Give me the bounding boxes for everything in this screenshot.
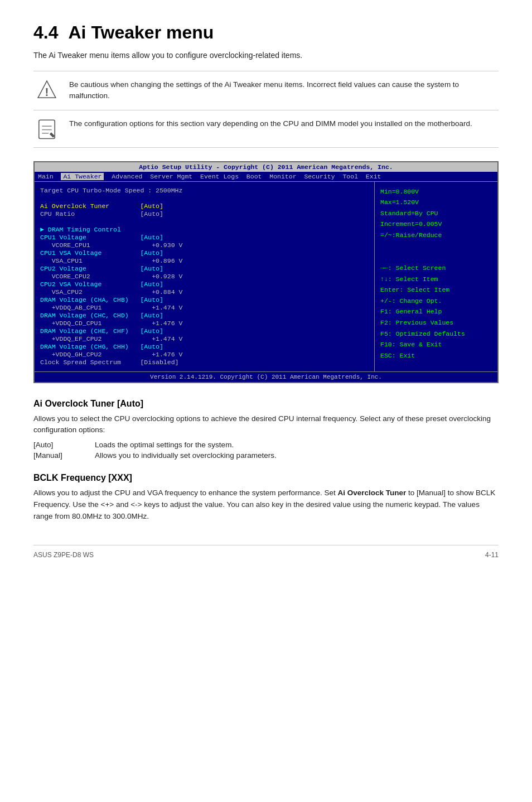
- section-number: 4.4: [33, 22, 58, 43]
- bios-dram-chchd[interactable]: DRAM Voltage (CHC, CHD) [Auto]: [40, 312, 369, 319]
- option-auto-val: Loads the optimal settings for the syste…: [95, 441, 499, 449]
- option-manual: [Manual] Allows you to individually set …: [33, 451, 499, 460]
- section-oc-tuner-text: Allows you to select the CPU overclockin…: [33, 413, 499, 437]
- bios-clock-spread[interactable]: Clock Spread Spectrum [Disabled]: [40, 359, 369, 366]
- bios-left-panel: Target CPU Turbo-Mode Speed : 2500MHz Ai…: [35, 182, 375, 371]
- bios-vddq-ab: +VDDQ_AB_CPU1 +1.474 V: [40, 304, 369, 311]
- option-manual-val: Allows you to individually set overclock…: [95, 451, 499, 460]
- bios-key-f10: F10: Save & Exit: [380, 339, 492, 350]
- menu-tool[interactable]: Tool: [342, 173, 358, 180]
- warning-text: Be cautious when changing the settings o…: [69, 79, 499, 102]
- bios-key-change: +/-: Change Opt.: [380, 296, 492, 307]
- svg-text:!: !: [45, 85, 49, 98]
- intro-paragraph: The Ai Tweaker menu items allow you to c…: [33, 51, 499, 60]
- bios-vsa-cpu1: VSA_CPU1 +0.896 V: [40, 257, 369, 264]
- bios-standard: Standard=By CPU: [380, 208, 492, 219]
- bios-turbo-speed: Target CPU Turbo-Mode Speed : 2500MHz: [40, 187, 369, 194]
- bios-key-f5: F5: Optimized Defaults: [380, 328, 492, 340]
- note-text: The configuration options for this secti…: [69, 118, 472, 129]
- bios-key-select-item: ↑↓: Select Item: [380, 274, 492, 285]
- bios-cpu2-voltage[interactable]: CPU2 Voltage [Auto]: [40, 265, 369, 272]
- bios-key-select-screen: →←: Select Screen: [380, 263, 492, 274]
- option-auto-key: [Auto]: [33, 441, 95, 449]
- bios-min: Min=0.800V: [380, 186, 492, 197]
- bios-spacer-2: [40, 218, 369, 225]
- bios-key-enter: Enter: Select Item: [380, 284, 492, 296]
- bios-cpu1-vsa[interactable]: CPU1 VSA Voltage [Auto]: [40, 249, 369, 257]
- bios-vddq-cd: +VDDQ_CD_CPU1 +1.476 V: [40, 320, 369, 327]
- warning-notice: ! Be cautious when changing the settings…: [33, 71, 499, 110]
- bios-vsa-cpu2: VSA_CPU2 +0.884 V: [40, 288, 369, 296]
- section-bclk-heading: BCLK Frequency [XXX]: [33, 473, 499, 483]
- bios-spacer-1: [40, 195, 369, 202]
- bios-max: Max=1.520V: [380, 197, 492, 208]
- menu-advanced[interactable]: Advanced: [112, 173, 142, 180]
- menu-security[interactable]: Security: [304, 173, 335, 180]
- bios-key-legend: →←: Select Screen ↑↓: Select Item Enter:…: [380, 263, 492, 361]
- section-bclk-text: Allows you to adjust the CPU and VGA fre…: [33, 487, 499, 523]
- warning-icon: !: [33, 79, 60, 100]
- note-notice: The configuration options for this secti…: [33, 110, 499, 148]
- bios-vddq-gh: +VDDQ_GH_CPU2 +1.476 V: [40, 351, 369, 358]
- bios-vcore-cpu1: VCORE_CPU1 +0.930 V: [40, 241, 369, 249]
- bios-raise-reduce: =/~:Raise/Reduce: [380, 230, 492, 241]
- bios-dram-timing[interactable]: ► DRAM Timing Control: [40, 226, 369, 233]
- bios-right-panel: Min=0.800V Max=1.520V Standard=By CPU In…: [375, 182, 497, 371]
- bios-screen: Aptio Setup Utility - Copyright (C) 2011…: [33, 161, 499, 383]
- bios-key-f2: F2: Previous Values: [380, 317, 492, 328]
- menu-monitor[interactable]: Monitor: [269, 173, 296, 180]
- menu-ai-tweaker[interactable]: Ai Tweaker: [61, 173, 104, 180]
- bios-cpu2-vsa[interactable]: CPU2 VSA Voltage [Auto]: [40, 281, 369, 288]
- page-title: Ai Tweaker menu: [68, 22, 214, 43]
- bios-oc-tuner[interactable]: Ai Overclock Tuner [Auto]: [40, 202, 369, 210]
- bios-title: Aptio Setup Utility - Copyright (C) 2011…: [35, 162, 497, 172]
- bios-dram-chgchh[interactable]: DRAM Voltage (CHG, CHH) [Auto]: [40, 343, 369, 350]
- oc-tuner-options: [Auto] Loads the optimal settings for th…: [33, 441, 499, 460]
- bios-footer: Version 2.14.1219. Copyright (C) 2011 Am…: [35, 371, 497, 382]
- menu-server-mgmt[interactable]: Server Mgmt: [150, 173, 192, 180]
- menu-event-logs[interactable]: Event Logs: [200, 173, 239, 180]
- bios-vddq-ef: +VDDQ_EF_CPU2 +1.474 V: [40, 335, 369, 342]
- option-auto: [Auto] Loads the optimal settings for th…: [33, 441, 499, 449]
- bios-key-esc: ESC: Exit: [380, 350, 492, 361]
- bios-cpu1-voltage[interactable]: CPU1 Voltage [Auto]: [40, 234, 369, 241]
- bios-vcore-cpu2: VCORE_CPU2 +0.928 V: [40, 273, 369, 280]
- footer-page: 4-11: [485, 551, 499, 559]
- bios-dram-chechf[interactable]: DRAM Voltage (CHE, CHF) [Auto]: [40, 327, 369, 335]
- option-manual-key: [Manual]: [33, 451, 95, 460]
- section-oc-tuner: Ai Overclock Tuner [Auto] Allows you to …: [33, 399, 499, 460]
- bios-key-f1: F1: General Help: [380, 306, 492, 317]
- page-footer: ASUS Z9PE-D8 WS 4-11: [33, 545, 499, 559]
- menu-exit[interactable]: Exit: [366, 173, 381, 180]
- bios-menu-bar: Main Ai Tweaker Advanced Server Mgmt Eve…: [35, 172, 497, 182]
- note-icon: [33, 118, 60, 139]
- section-bclk: BCLK Frequency [XXX] Allows you to adjus…: [33, 473, 499, 523]
- bios-increment: Increment=0.005V: [380, 219, 492, 230]
- footer-product: ASUS Z9PE-D8 WS: [33, 551, 94, 559]
- menu-main[interactable]: Main: [38, 173, 54, 180]
- section-oc-tuner-heading: Ai Overclock Tuner [Auto]: [33, 399, 499, 409]
- menu-boot[interactable]: Boot: [246, 173, 262, 180]
- bios-right-info: Min=0.800V Max=1.520V Standard=By CPU In…: [380, 186, 492, 241]
- bios-cpu-ratio[interactable]: CPU Ratio [Auto]: [40, 210, 369, 218]
- bios-dram-chachb[interactable]: DRAM Voltage (CHA, CHB) [Auto]: [40, 296, 369, 303]
